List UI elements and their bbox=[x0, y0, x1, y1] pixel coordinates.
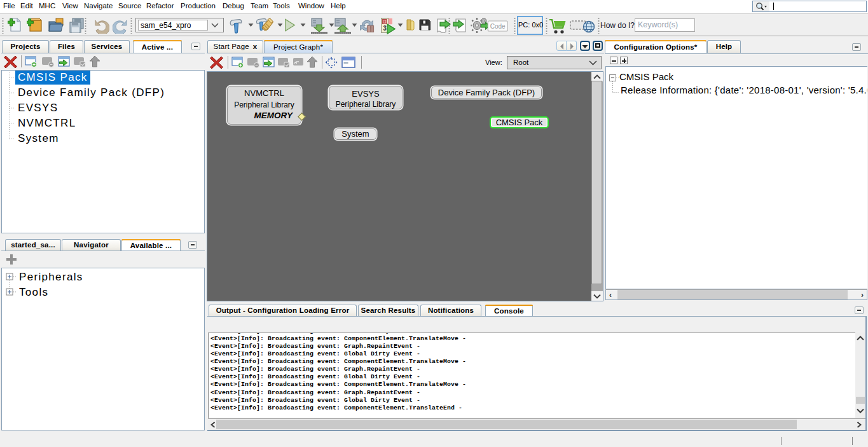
svg-text:3: 3 bbox=[383, 25, 387, 32]
svg-text:Code: Code bbox=[490, 22, 506, 31]
